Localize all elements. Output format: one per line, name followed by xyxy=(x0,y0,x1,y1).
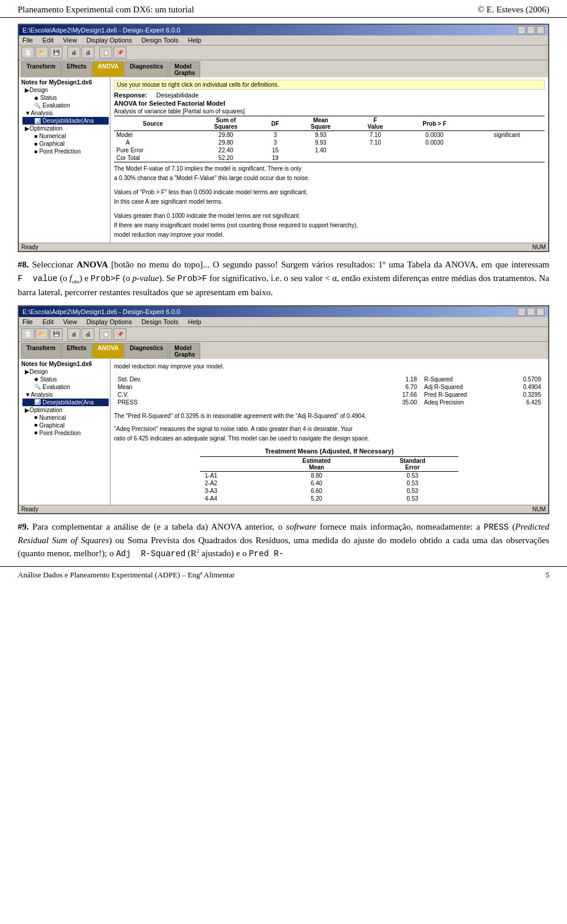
menu-help[interactable]: Help xyxy=(187,36,203,44)
menu-design-tools[interactable]: Design Tools xyxy=(140,36,180,44)
sidebar-item-analysis-2[interactable]: ▼ Analysis xyxy=(22,391,109,399)
treatment-table: EstimatedMean StandardError 1-A1 8.80 0.… xyxy=(200,456,458,502)
sidebar-item-status[interactable]: ◆ Status xyxy=(22,94,109,102)
toolbar-btn-new-2[interactable]: 📄 xyxy=(21,328,34,340)
sidebar-item-point-prediction[interactable]: ■ Point Prediction xyxy=(22,148,109,155)
response-label: Response: xyxy=(114,92,147,99)
menu-file[interactable]: File xyxy=(21,36,34,44)
stats-label-r-squared: R-Squared xyxy=(421,376,497,383)
menu-display-options[interactable]: Display Options xyxy=(85,36,133,44)
minimize-button[interactable]: _ xyxy=(517,26,526,34)
folder-icon-2: ▶ xyxy=(25,368,30,375)
close-button-2[interactable]: × xyxy=(536,308,545,316)
cell-ss-a: 29.80 xyxy=(192,139,260,146)
cell-f-a: 7.10 xyxy=(351,139,400,146)
toolbar-btn-new[interactable]: 📄 xyxy=(21,47,34,58)
menu-design-tools-2[interactable]: Design Tools xyxy=(140,318,180,326)
cell-treatment-1a1: 1-A1 xyxy=(200,471,267,479)
tabbar-2: Transform Effects ANOVA Diagnostics Mode… xyxy=(19,342,548,359)
stats-label-press: PRESS xyxy=(114,399,373,406)
main-content-2: model reduction may improve your model. … xyxy=(110,359,548,505)
sidebar-item-design[interactable]: ▶ Design xyxy=(22,86,109,94)
menu-file-2[interactable]: File xyxy=(21,318,34,326)
toolbar-btn-print2[interactable]: 🖨 xyxy=(82,47,94,58)
response-line: Response: Desejabilidade xyxy=(114,92,545,99)
col-ss: Sum ofSquares xyxy=(192,116,260,131)
maximize-button-2[interactable]: □ xyxy=(527,308,535,316)
cell-mean-1a1: 8.80 xyxy=(266,471,366,479)
stats-value-std-dev: 1.18 xyxy=(373,376,421,383)
toolbar-btn-copy[interactable]: 📋 xyxy=(99,47,112,58)
tab-model-graphs-2[interactable]: ModelGraphs xyxy=(169,343,200,359)
cell-treatment-2a2: 2-A2 xyxy=(200,479,267,487)
tabbar-1: Transform Effects ANOVA Diagnostics Mode… xyxy=(19,60,548,77)
sidebar-item-analysis[interactable]: ▼ Analysis xyxy=(22,109,109,117)
minimize-button-2[interactable]: _ xyxy=(517,308,526,316)
menu-display-options-2[interactable]: Display Options xyxy=(85,318,133,326)
stats-label-adj-r-squared: Adj R-Squared xyxy=(421,383,497,391)
toolbar-btn-save[interactable]: 💾 xyxy=(50,47,63,58)
tab-diagnostics-2[interactable]: Diagnostics xyxy=(125,343,169,359)
sidebar-item-design-2[interactable]: ▶ Design xyxy=(22,368,109,376)
point-icon: ■ xyxy=(34,149,37,155)
toolbar-btn-paste[interactable]: 📌 xyxy=(113,47,126,58)
cell-df-pure-error: 15 xyxy=(260,146,291,154)
sidebar-item-numerical[interactable]: ■ Numerical xyxy=(22,132,109,140)
tab-effects-2[interactable]: Effects xyxy=(61,343,92,359)
sidebar-item-evaluation-2[interactable]: 🔍 Evaluation xyxy=(22,383,109,391)
body-text-2: #9. Para complementar a análise de (e a … xyxy=(18,520,549,561)
toolbar-btn-print[interactable]: 🖨 xyxy=(67,47,80,58)
maximize-button[interactable]: □ xyxy=(527,26,535,34)
close-button[interactable]: × xyxy=(536,26,545,34)
sidebar-2: Notes for MyDesign1.dx6 ▶ Design ◆ Statu… xyxy=(19,359,110,505)
toolbar-btn-print-2[interactable]: 🖨 xyxy=(67,328,80,340)
toolbar-2: 📄 📂 💾 🖨 🖨 📋 📌 xyxy=(19,327,548,342)
sidebar-item-desejabilidade[interactable]: 📊 Desejabilidade(Ana xyxy=(22,117,109,125)
tab-transform[interactable]: Transform xyxy=(21,61,61,77)
sidebar-item-graphical-2[interactable]: ■ Graphical xyxy=(22,422,109,429)
tab-anova[interactable]: ANOVA xyxy=(92,61,123,77)
evaluation-icon: 🔍 xyxy=(34,103,41,109)
tab-anova-2[interactable]: ANOVA xyxy=(92,343,123,359)
note2-2: "Adeq Precision" measures the signal to … xyxy=(114,425,545,433)
cell-ms-a: 9.93 xyxy=(291,139,351,146)
sidebar-item-evaluation[interactable]: 🔍 Evaluation xyxy=(22,102,109,109)
press-code: PRESS xyxy=(484,523,509,532)
sidebar-item-desejabilidade-2[interactable]: 📊 Desejabilidade(Ana xyxy=(22,399,109,406)
menu-help-2[interactable]: Help xyxy=(187,318,203,326)
menu-edit-2[interactable]: Edit xyxy=(41,318,55,326)
toolbar-btn-copy-2[interactable]: 📋 xyxy=(99,328,112,340)
anova-table: Source Sum ofSquares DF MeanSquare FValu… xyxy=(114,116,545,162)
toolbar-btn-save-2[interactable]: 💾 xyxy=(50,328,63,340)
sidebar-item-optimization[interactable]: ▶ Optimization xyxy=(22,125,109,132)
menu-view[interactable]: View xyxy=(62,36,79,44)
cell-prob-cor-total xyxy=(400,154,469,162)
window-title-2: E:\Escola\Adpe2\MyDesign1.dx6 - Design-E… xyxy=(22,308,180,315)
main-content-1: Use your mouse to right click on individ… xyxy=(110,77,548,243)
toolbar-btn-print2-2[interactable]: 🖨 xyxy=(82,328,94,340)
cell-prob-model: 0.0030 xyxy=(400,131,469,139)
tab-model-graphs[interactable]: ModelGraphs xyxy=(169,61,200,77)
sidebar-item-optimization-2[interactable]: ▶ Optimization xyxy=(22,406,109,414)
toolbar-btn-paste-2[interactable]: 📌 xyxy=(113,328,126,340)
sidebar-item-status-2[interactable]: ◆ Status xyxy=(22,376,109,383)
tab-transform-2[interactable]: Transform xyxy=(21,343,61,359)
menu-view-2[interactable]: View xyxy=(62,318,79,326)
stats-value-adeq-precision: 6.425 xyxy=(497,399,545,406)
toolbar-btn-open-2[interactable]: 📂 xyxy=(35,328,48,340)
cell-ss-pure-error: 22.40 xyxy=(192,146,260,154)
sidebar-item-point-prediction-2[interactable]: ■ Point Prediction xyxy=(22,429,109,437)
cell-ss-model: 29.80 xyxy=(192,131,260,139)
tab-effects[interactable]: Effects xyxy=(61,61,92,77)
sidebar-item-graphical[interactable]: ■ Graphical xyxy=(22,140,109,148)
header-right: © E. Esteves (2006) xyxy=(478,5,549,15)
col-f: FValue xyxy=(351,116,400,131)
cell-treatment-4a4: 4-A4 xyxy=(200,495,267,502)
col-source: Source xyxy=(114,116,192,131)
menu-edit[interactable]: Edit xyxy=(41,36,55,44)
sidebar-item-numerical-2[interactable]: ■ Numerical xyxy=(22,414,109,422)
tab-diagnostics[interactable]: Diagnostics xyxy=(125,61,169,77)
anova-note-6: If there are many insignificant model te… xyxy=(114,221,545,230)
body-text-1: #8. Seleccionar ANOVA [botão no menu do … xyxy=(18,258,549,299)
toolbar-btn-open[interactable]: 📂 xyxy=(35,47,48,58)
